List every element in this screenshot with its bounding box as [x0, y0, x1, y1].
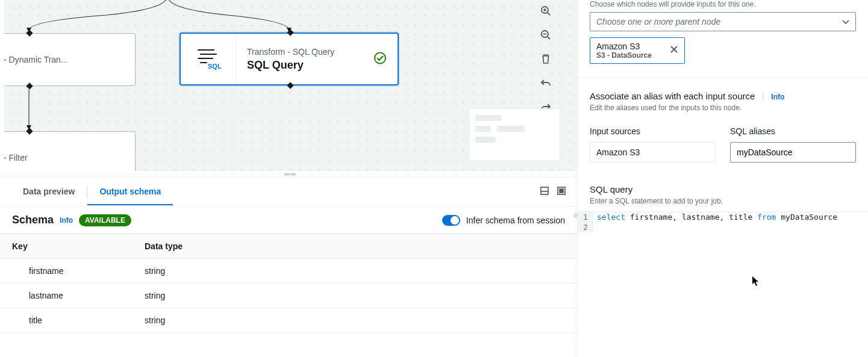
- panel-maximize-icon[interactable]: [540, 186, 549, 197]
- alias-heading: Associate an alias with each input sourc…: [590, 91, 755, 101]
- node-filter[interactable]: orm - Filter: [0, 131, 136, 171]
- schema-heading: Schema: [12, 214, 54, 226]
- svg-line-15: [548, 37, 550, 39]
- input-source-value: Amazon S3: [590, 142, 716, 163]
- zoom-out-button[interactable]: [537, 26, 554, 43]
- bottom-panel: Data preview Output schema Schema Info A…: [0, 177, 577, 357]
- col-header-key: Key: [12, 241, 145, 251]
- canvas-minimap[interactable]: [469, 108, 560, 161]
- panel-close-icon[interactable]: [557, 186, 566, 197]
- sql-query-heading: SQL query: [590, 184, 856, 194]
- undo-button[interactable]: [537, 75, 554, 92]
- table-row: title string: [0, 308, 577, 333]
- sql-alias-input[interactable]: [730, 142, 856, 163]
- sql-code-editor[interactable]: 1 select firstname, lastname, title from…: [578, 211, 868, 232]
- node-properties-sidebar: Choose which nodes will provide inputs f…: [577, 0, 868, 357]
- zoom-in-button[interactable]: [537, 2, 554, 19]
- schema-info-link[interactable]: Info: [60, 216, 73, 225]
- line-number: 1: [578, 212, 593, 222]
- svg-text:SQL: SQL: [208, 63, 222, 70]
- token-remove-icon[interactable]: [670, 45, 678, 56]
- alias-description: Edit the aliases used for the inputs to …: [590, 104, 856, 112]
- tab-output-schema[interactable]: Output schema: [87, 179, 173, 205]
- sql-query-description: Enter a SQL statement to add to your job…: [590, 197, 856, 205]
- parent-node-description: Choose which nodes will provide inputs f…: [590, 0, 856, 8]
- node-sql-query[interactable]: SQL Transform - SQL Query SQL Query: [180, 33, 399, 85]
- svg-rect-17: [541, 187, 548, 194]
- token-subtitle: S3 - DataSource: [596, 51, 652, 60]
- input-sources-label: Input sources: [590, 126, 716, 136]
- line-number: 2: [578, 222, 593, 232]
- chevron-down-icon: [842, 17, 849, 26]
- node-title: SQL Query: [247, 59, 334, 72]
- sql-transform-icon: SQL: [181, 34, 236, 84]
- parent-node-select[interactable]: Choose one or more parent node: [590, 12, 856, 31]
- node-title: orm - Dynamic Tran...: [0, 55, 68, 64]
- tab-data-preview[interactable]: Data preview: [11, 179, 87, 205]
- svg-point-9: [375, 53, 386, 64]
- table-row: lastname string: [0, 284, 577, 308]
- infer-schema-label: Infer schema from session: [466, 216, 565, 225]
- infer-schema-toggle[interactable]: [442, 215, 460, 226]
- node-type: Transform - SQL Query: [247, 47, 334, 57]
- table-row: firstname string: [0, 259, 577, 284]
- svg-line-11: [548, 13, 550, 15]
- status-success-icon: [373, 52, 387, 67]
- delete-button[interactable]: [537, 51, 554, 67]
- canvas-toolbar: [537, 2, 554, 116]
- visual-etl-canvas[interactable]: orm - Dynamic Tran... SQL Transf: [0, 0, 577, 171]
- token-title: Amazon S3: [596, 42, 652, 51]
- col-header-type: Data type: [145, 241, 565, 251]
- panel-resize-handle[interactable]: ══: [0, 171, 577, 177]
- svg-rect-20: [560, 189, 563, 193]
- schema-table: Key Data type firstname string lastname …: [0, 234, 577, 333]
- parent-node-token: Amazon S3 S3 - DataSource: [590, 37, 685, 64]
- node-title: orm - Filter: [0, 153, 28, 163]
- alias-info-link[interactable]: Info: [771, 93, 784, 101]
- node-dynamic-transform[interactable]: orm - Dynamic Tran...: [0, 33, 136, 86]
- sql-aliases-label: SQL aliases: [730, 126, 856, 136]
- schema-available-badge: AVAILABLE: [79, 214, 131, 226]
